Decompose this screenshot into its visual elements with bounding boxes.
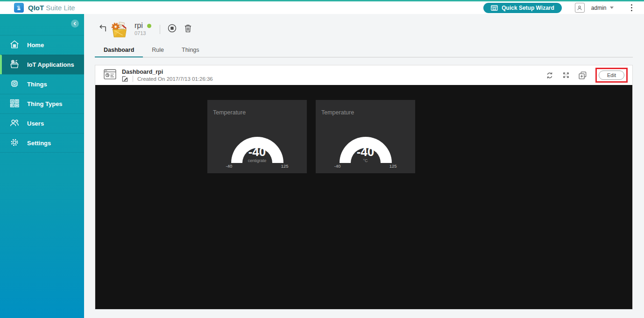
wizard-window-icon [491, 5, 498, 11]
sidebar-collapse-icon[interactable] [71, 20, 79, 28]
gauge-unit: °C [340, 159, 392, 163]
tab-dashboard[interactable]: Dashboard [95, 44, 143, 57]
dashboard-canvas: Temperature -40 centigrate -40 125 Tempe… [95, 85, 632, 309]
widget-title: Temperature [316, 100, 415, 116]
tab-bar: Dashboard Rule Things [95, 44, 633, 57]
user-profile-icon[interactable] [575, 3, 585, 13]
delete-app-icon[interactable] [184, 24, 192, 35]
gauge-min: -40 [226, 163, 233, 169]
chip-icon [9, 78, 20, 91]
add-widget-icon[interactable] [579, 71, 587, 79]
sidebar-item-users[interactable]: Users [0, 113, 84, 133]
dashboard-toolbar: Dashboard_rpi Created On 2017/7/13 01:26… [95, 65, 632, 85]
gear-icon [9, 137, 20, 149]
sidebar: Home IoT Applications [0, 14, 84, 318]
app-id: 0713 [134, 30, 151, 36]
sidebar-item-label: Users [27, 120, 44, 127]
sidebar-item-thing-types[interactable]: Thing Types [0, 94, 84, 113]
home-icon [9, 39, 20, 51]
quick-setup-wizard-button[interactable]: Quick Setup Wizard [483, 3, 562, 13]
status-running-dot [147, 24, 151, 28]
sidebar-item-label: Home [27, 42, 44, 49]
app-header: rpi 0713 [84, 14, 644, 42]
fullscreen-icon[interactable] [562, 71, 570, 79]
gauge-chart: -40 °C -40 125 [316, 137, 415, 169]
rename-dashboard-icon[interactable] [122, 76, 128, 82]
sidebar-item-iot-applications[interactable]: IoT Applications [0, 55, 84, 74]
widget-title: Temperature [207, 100, 307, 116]
brand-rest: Suite Lite [46, 4, 75, 12]
sidebar-nav: Home IoT Applications [0, 35, 84, 153]
qiot-logo-icon [14, 3, 24, 13]
meta-divider [133, 76, 133, 82]
gauge-widget-1[interactable]: Temperature -40 centigrate -40 125 [207, 100, 307, 173]
sidebar-item-settings[interactable]: Settings [0, 133, 84, 153]
sidebar-item-things[interactable]: Things [0, 74, 84, 94]
brand-title: QIoTSuite Lite [28, 4, 75, 12]
sidebar-item-label: Thing Types [27, 100, 63, 107]
toolbox-icon [9, 58, 20, 71]
sidebar-item-label: IoT Applications [27, 61, 74, 68]
header-divider [160, 25, 160, 34]
main-content: rpi 0713 Dashboard [84, 14, 644, 318]
sidebar-item-label: Things [27, 81, 47, 88]
user-menu[interactable]: admin [591, 5, 614, 11]
edit-dashboard-button[interactable]: Edit [599, 71, 624, 80]
gauge-min: -40 [334, 163, 341, 169]
tab-things[interactable]: Things [173, 44, 208, 57]
gauge-unit: centigrate [231, 159, 283, 163]
dashboard-window-icon [104, 69, 116, 82]
app-title: rpi [134, 21, 143, 30]
gauge-arc: -40 °C [340, 137, 392, 163]
sidebar-item-label: Settings [27, 140, 51, 147]
refresh-icon[interactable] [546, 71, 553, 79]
iot-app-icon [111, 21, 128, 40]
annotation-highlight-box: Edit [595, 68, 628, 83]
gauge-arc: -40 centigrate [231, 137, 283, 163]
back-icon[interactable] [98, 24, 107, 35]
stop-app-icon[interactable] [168, 24, 177, 35]
dashboard-created-on: Created On 2017/7/13 01:26:36 [137, 76, 213, 82]
grid-icon [9, 98, 20, 110]
users-icon [9, 117, 20, 130]
gauge-chart: -40 centigrate -40 125 [207, 137, 307, 169]
gauge-max: 125 [389, 163, 397, 169]
brand-bold: QIoT [28, 4, 44, 12]
chevron-down-icon [610, 7, 614, 9]
gauge-value: -40 [231, 146, 283, 158]
dashboard-name: Dashboard_rpi [122, 69, 213, 75]
gauge-widget-2[interactable]: Temperature -40 °C -40 125 [316, 100, 415, 173]
quick-setup-wizard-label: Quick Setup Wizard [502, 5, 554, 11]
tab-rule[interactable]: Rule [143, 44, 173, 57]
sidebar-item-home[interactable]: Home [0, 35, 84, 55]
more-options-icon[interactable] [630, 3, 634, 13]
gauge-value: -40 [340, 146, 392, 158]
dashboard-panel: Dashboard_rpi Created On 2017/7/13 01:26… [95, 65, 633, 310]
gauge-max: 125 [281, 163, 289, 169]
username: admin [591, 5, 607, 11]
topbar: QIoTSuite Lite Quick Setup Wizard admin [0, 1, 644, 14]
